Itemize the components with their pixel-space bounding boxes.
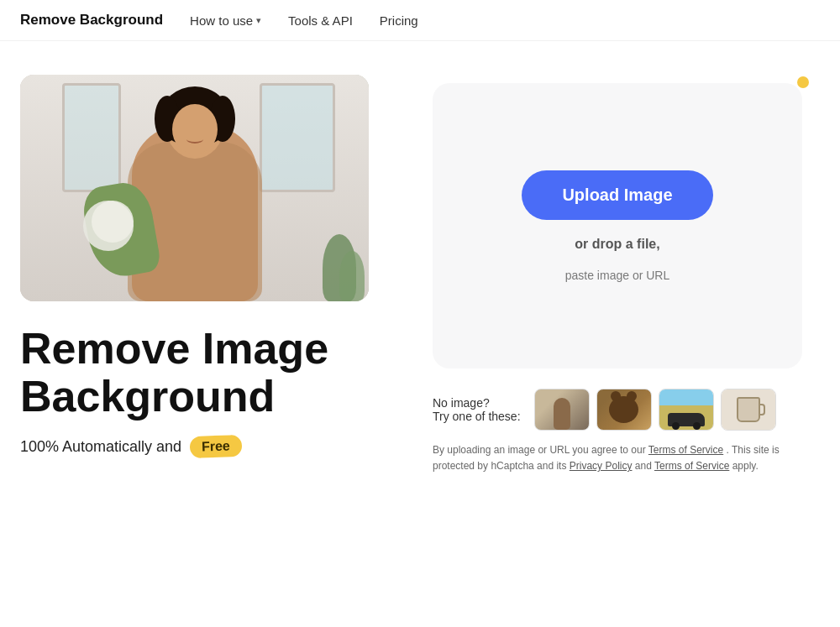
drop-sub-text: paste image or URL: [565, 269, 670, 282]
sample-thumb-4[interactable]: [721, 389, 776, 431]
hero-heading: Remove Image Background: [20, 325, 381, 421]
free-badge: Free: [190, 435, 243, 458]
hero-image: [20, 75, 369, 301]
terms-of-service-link-1[interactable]: Terms of Service: [648, 444, 723, 456]
sample-images-row: [534, 389, 776, 431]
navbar: Remove Background How to use ▾ Tools & A…: [0, 0, 840, 41]
sample-thumb-1[interactable]: [534, 389, 590, 431]
upload-button[interactable]: Upload Image: [522, 170, 712, 220]
privacy-policy-link[interactable]: Privacy Policy: [570, 460, 633, 472]
sample-label: No image? Try one of these:: [433, 396, 521, 423]
nav-how-to-use[interactable]: How to use ▾: [190, 13, 261, 28]
terms-text: By uploading an image or URL you agree t…: [433, 442, 802, 474]
left-panel: Remove Image Background 100% Automatical…: [20, 75, 381, 457]
hero-subtext: 100% Automatically and Free: [20, 436, 381, 457]
chevron-down-icon: ▾: [256, 15, 261, 26]
sample-thumb-3[interactable]: [659, 389, 714, 431]
sample-thumb-2[interactable]: [596, 389, 652, 431]
main-content: Remove Image Background 100% Automatical…: [0, 41, 840, 508]
upload-dropzone[interactable]: Upload Image or drop a file, paste image…: [433, 83, 802, 368]
drop-file-text: or drop a file,: [575, 237, 659, 252]
nav-brand[interactable]: Remove Background: [20, 12, 163, 29]
terms-of-service-link-2[interactable]: Terms of Service: [654, 460, 729, 472]
yellow-dot-decoration: [797, 76, 809, 88]
right-panel: Upload Image or drop a file, paste image…: [415, 75, 820, 474]
sample-section: No image? Try one of these:: [433, 389, 802, 431]
nav-pricing[interactable]: Pricing: [380, 13, 418, 28]
hero-photo-placeholder: [20, 75, 369, 301]
nav-tools-api[interactable]: Tools & API: [288, 13, 353, 28]
